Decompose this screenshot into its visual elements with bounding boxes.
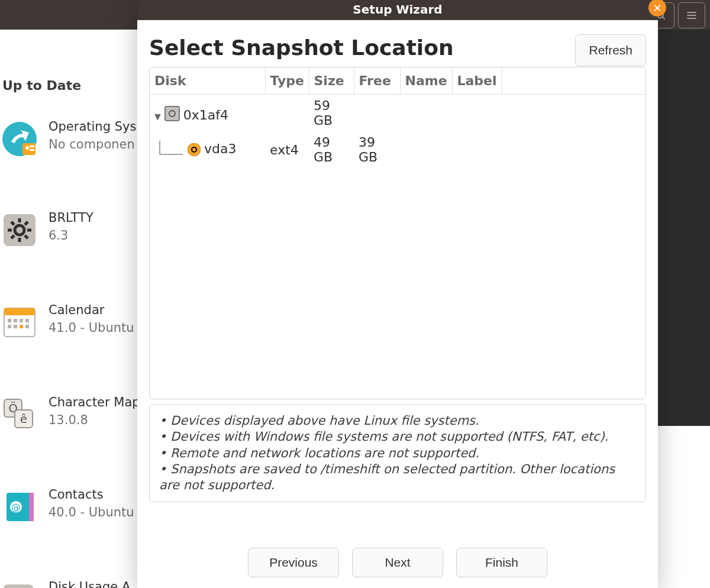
sidebar-item-subtitle: 40.0 - Ubuntu: [49, 505, 134, 519]
partition-name: vda3: [204, 141, 236, 156]
svg-rect-22: [8, 319, 11, 322]
sidebar-item-title: Calendar: [49, 303, 104, 317]
svg-rect-27: [14, 325, 17, 328]
svg-line-16: [11, 222, 14, 225]
dialog-titlebar: Setup Wizard ✕: [137, 0, 658, 20]
software-sidebar: Up to Date Operating Sys No componen BRL…: [0, 30, 139, 588]
svg-rect-23: [14, 319, 17, 322]
partition-type: ext4: [265, 131, 309, 168]
wizard-footer: Previous Next Finish: [137, 548, 658, 577]
svg-rect-25: [25, 319, 29, 322]
svg-line-17: [25, 235, 28, 238]
sidebar-item-subtitle: 41.0 - Ubuntu: [49, 321, 134, 335]
partition-size: 49 GB: [309, 131, 354, 168]
col-type[interactable]: Type: [265, 67, 309, 95]
partition-free: 39 GB: [354, 131, 400, 168]
svg-rect-26: [8, 325, 11, 328]
svg-line-19: [25, 222, 28, 225]
sidebar-item-contacts[interactable]: @ Contacts 40.0 - Ubuntu: [0, 484, 139, 531]
menu-icon: [686, 9, 698, 21]
disk-usage-icon: [2, 582, 37, 588]
svg-rect-28: [20, 325, 23, 328]
svg-line-18: [11, 235, 14, 238]
hamburger-button[interactable]: [678, 2, 705, 28]
os-icon: [2, 122, 37, 156]
svg-point-7: [25, 146, 29, 150]
sidebar-item-brltty[interactable]: BRLTTY 6.3: [0, 207, 139, 254]
col-disk[interactable]: Disk: [150, 67, 265, 95]
disk-name: 0x1af4: [183, 108, 228, 122]
sidebar-item-subtitle: 6.3: [49, 228, 68, 243]
svg-rect-8: [30, 146, 34, 147]
sidebar-item-title: Disk Usage A: [49, 580, 130, 588]
sidebar-item-diskusage[interactable]: Disk Usage A 41.0 - Ubuntu (deb): [0, 576, 139, 588]
sidebar-item-title: Contacts: [49, 487, 104, 502]
partition-row[interactable]: vda3 ext4 49 GB 39 GB: [150, 131, 646, 168]
svg-rect-29: [25, 325, 29, 328]
svg-rect-9: [30, 149, 34, 151]
svg-rect-35: [29, 493, 34, 521]
page-title: Select Snapshot Location: [149, 35, 454, 60]
close-icon: ✕: [653, 2, 661, 14]
contacts-icon: @: [2, 490, 37, 524]
sidebar-item-calendar[interactable]: Calendar 41.0 - Ubuntu: [0, 299, 139, 347]
sidebar-item-title: BRLTTY: [49, 211, 93, 225]
dialog-title: Setup Wizard: [353, 2, 442, 17]
next-button[interactable]: Next: [352, 548, 443, 577]
sidebar-item-subtitle: 13.0.8: [49, 413, 88, 427]
hint-line: • Devices displayed above have Linux fil…: [159, 413, 636, 429]
setup-wizard-dialog: Setup Wizard ✕ Select Snapshot Location …: [137, 0, 658, 588]
svg-rect-38: [4, 584, 33, 588]
sidebar-item-title: Operating Sys: [49, 119, 136, 134]
sidebar-item-charmap[interactable]: Öê Character Map 13.0.8: [0, 392, 139, 439]
hint-line: • Devices with Windows file systems are …: [159, 429, 636, 445]
col-free[interactable]: Free: [354, 67, 400, 95]
disk-icon: [164, 106, 180, 121]
charmap-icon: Öê: [2, 398, 37, 432]
disk-row[interactable]: ▼0x1af4 59 GB: [150, 95, 646, 132]
hint-line: • Remote and network locations are not s…: [159, 445, 636, 461]
table-header-row: Disk Type Size Free Name Label: [150, 67, 646, 95]
sidebar-item-os[interactable]: Operating Sys No componen: [0, 116, 139, 163]
tree-branch-icon: [159, 141, 183, 155]
disk-table: Disk Type Size Free Name Label ▼0x1af4 5…: [149, 67, 646, 399]
refresh-button[interactable]: Refresh: [575, 34, 646, 66]
col-size[interactable]: Size: [309, 67, 354, 95]
sidebar-item-subtitle: No componen: [49, 137, 135, 151]
hints-box: • Devices displayed above have Linux fil…: [149, 404, 646, 502]
gear-icon: [2, 213, 37, 247]
svg-rect-21: [4, 308, 35, 315]
expand-toggle-icon[interactable]: ▼: [154, 112, 161, 121]
col-spacer: [502, 67, 646, 95]
hint-line: • Snapshots are saved to /timeshift on s…: [159, 461, 636, 494]
svg-rect-24: [20, 319, 23, 322]
disk-size: 59 GB: [309, 95, 354, 132]
finish-button[interactable]: Finish: [456, 548, 547, 577]
svg-line-1: [663, 17, 665, 20]
previous-button[interactable]: Previous: [248, 548, 339, 577]
svg-text:@: @: [11, 502, 21, 513]
partition-selected-icon[interactable]: [188, 143, 201, 156]
col-label[interactable]: Label: [452, 67, 502, 95]
col-name[interactable]: Name: [400, 67, 452, 95]
calendar-icon: [2, 305, 37, 340]
svg-text:ê: ê: [20, 412, 27, 426]
sidebar-item-title: Character Map: [49, 395, 140, 409]
sidebar-heading: Up to Date: [2, 78, 81, 93]
